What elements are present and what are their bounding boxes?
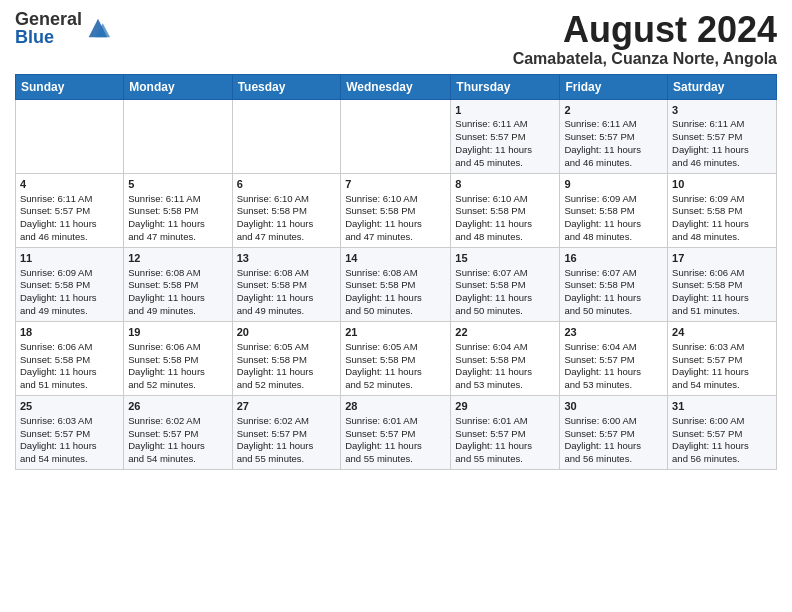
day-info: Sunrise: 6:06 AMSunset: 5:58 PMDaylight:… xyxy=(20,341,119,392)
day-cell: 26Sunrise: 6:02 AMSunset: 5:57 PMDayligh… xyxy=(124,395,232,469)
day-info: Sunrise: 6:01 AMSunset: 5:57 PMDaylight:… xyxy=(345,415,446,466)
day-number: 12 xyxy=(128,251,227,266)
day-cell: 9Sunrise: 6:09 AMSunset: 5:58 PMDaylight… xyxy=(560,173,668,247)
day-info: Sunrise: 6:04 AMSunset: 5:57 PMDaylight:… xyxy=(564,341,663,392)
day-info: Sunrise: 6:01 AMSunset: 5:57 PMDaylight:… xyxy=(455,415,555,466)
day-number: 14 xyxy=(345,251,446,266)
day-info: Sunrise: 6:11 AMSunset: 5:57 PMDaylight:… xyxy=(564,118,663,169)
day-info: Sunrise: 6:11 AMSunset: 5:58 PMDaylight:… xyxy=(128,193,227,244)
logo-blue: Blue xyxy=(15,28,82,46)
day-info: Sunrise: 6:05 AMSunset: 5:58 PMDaylight:… xyxy=(237,341,337,392)
day-number: 24 xyxy=(672,325,772,340)
day-info: Sunrise: 6:00 AMSunset: 5:57 PMDaylight:… xyxy=(564,415,663,466)
logo-icon xyxy=(84,14,112,42)
day-cell: 19Sunrise: 6:06 AMSunset: 5:58 PMDayligh… xyxy=(124,321,232,395)
day-info: Sunrise: 6:09 AMSunset: 5:58 PMDaylight:… xyxy=(672,193,772,244)
day-number: 26 xyxy=(128,399,227,414)
day-number: 11 xyxy=(20,251,119,266)
day-info: Sunrise: 6:08 AMSunset: 5:58 PMDaylight:… xyxy=(237,267,337,318)
day-cell: 14Sunrise: 6:08 AMSunset: 5:58 PMDayligh… xyxy=(341,247,451,321)
day-number: 9 xyxy=(564,177,663,192)
col-wednesday: Wednesday xyxy=(341,74,451,99)
day-number: 23 xyxy=(564,325,663,340)
day-info: Sunrise: 6:03 AMSunset: 5:57 PMDaylight:… xyxy=(672,341,772,392)
day-info: Sunrise: 6:08 AMSunset: 5:58 PMDaylight:… xyxy=(128,267,227,318)
page: General Blue August 2024 Camabatela, Cua… xyxy=(0,0,792,612)
day-number: 7 xyxy=(345,177,446,192)
day-cell: 7Sunrise: 6:10 AMSunset: 5:58 PMDaylight… xyxy=(341,173,451,247)
day-info: Sunrise: 6:04 AMSunset: 5:58 PMDaylight:… xyxy=(455,341,555,392)
day-number: 10 xyxy=(672,177,772,192)
calendar-table: Sunday Monday Tuesday Wednesday Thursday… xyxy=(15,74,777,470)
day-number: 27 xyxy=(237,399,337,414)
day-number: 21 xyxy=(345,325,446,340)
logo: General Blue xyxy=(15,10,112,46)
day-cell: 28Sunrise: 6:01 AMSunset: 5:57 PMDayligh… xyxy=(341,395,451,469)
day-cell xyxy=(232,99,341,173)
col-tuesday: Tuesday xyxy=(232,74,341,99)
month-title: August 2024 xyxy=(513,10,777,50)
title-area: August 2024 Camabatela, Cuanza Norte, An… xyxy=(513,10,777,68)
location-title: Camabatela, Cuanza Norte, Angola xyxy=(513,50,777,68)
day-number: 4 xyxy=(20,177,119,192)
day-number: 31 xyxy=(672,399,772,414)
day-number: 15 xyxy=(455,251,555,266)
day-number: 16 xyxy=(564,251,663,266)
day-number: 18 xyxy=(20,325,119,340)
col-saturday: Saturday xyxy=(668,74,777,99)
day-number: 30 xyxy=(564,399,663,414)
day-info: Sunrise: 6:00 AMSunset: 5:57 PMDaylight:… xyxy=(672,415,772,466)
day-cell: 27Sunrise: 6:02 AMSunset: 5:57 PMDayligh… xyxy=(232,395,341,469)
day-info: Sunrise: 6:11 AMSunset: 5:57 PMDaylight:… xyxy=(672,118,772,169)
day-cell: 4Sunrise: 6:11 AMSunset: 5:57 PMDaylight… xyxy=(16,173,124,247)
day-info: Sunrise: 6:07 AMSunset: 5:58 PMDaylight:… xyxy=(564,267,663,318)
day-cell: 29Sunrise: 6:01 AMSunset: 5:57 PMDayligh… xyxy=(451,395,560,469)
header: General Blue August 2024 Camabatela, Cua… xyxy=(15,10,777,68)
day-info: Sunrise: 6:06 AMSunset: 5:58 PMDaylight:… xyxy=(128,341,227,392)
day-info: Sunrise: 6:10 AMSunset: 5:58 PMDaylight:… xyxy=(345,193,446,244)
day-number: 22 xyxy=(455,325,555,340)
day-info: Sunrise: 6:09 AMSunset: 5:58 PMDaylight:… xyxy=(20,267,119,318)
day-cell xyxy=(16,99,124,173)
week-row-1: 4Sunrise: 6:11 AMSunset: 5:57 PMDaylight… xyxy=(16,173,777,247)
day-cell: 17Sunrise: 6:06 AMSunset: 5:58 PMDayligh… xyxy=(668,247,777,321)
col-thursday: Thursday xyxy=(451,74,560,99)
day-number: 6 xyxy=(237,177,337,192)
col-friday: Friday xyxy=(560,74,668,99)
day-number: 29 xyxy=(455,399,555,414)
day-info: Sunrise: 6:07 AMSunset: 5:58 PMDaylight:… xyxy=(455,267,555,318)
day-cell: 30Sunrise: 6:00 AMSunset: 5:57 PMDayligh… xyxy=(560,395,668,469)
day-cell xyxy=(341,99,451,173)
day-cell: 15Sunrise: 6:07 AMSunset: 5:58 PMDayligh… xyxy=(451,247,560,321)
day-cell: 5Sunrise: 6:11 AMSunset: 5:58 PMDaylight… xyxy=(124,173,232,247)
day-cell: 31Sunrise: 6:00 AMSunset: 5:57 PMDayligh… xyxy=(668,395,777,469)
day-info: Sunrise: 6:09 AMSunset: 5:58 PMDaylight:… xyxy=(564,193,663,244)
day-info: Sunrise: 6:11 AMSunset: 5:57 PMDaylight:… xyxy=(20,193,119,244)
day-cell: 20Sunrise: 6:05 AMSunset: 5:58 PMDayligh… xyxy=(232,321,341,395)
day-cell: 22Sunrise: 6:04 AMSunset: 5:58 PMDayligh… xyxy=(451,321,560,395)
week-row-2: 11Sunrise: 6:09 AMSunset: 5:58 PMDayligh… xyxy=(16,247,777,321)
col-sunday: Sunday xyxy=(16,74,124,99)
day-number: 2 xyxy=(564,103,663,118)
day-number: 5 xyxy=(128,177,227,192)
day-cell xyxy=(124,99,232,173)
day-info: Sunrise: 6:02 AMSunset: 5:57 PMDaylight:… xyxy=(128,415,227,466)
day-cell: 2Sunrise: 6:11 AMSunset: 5:57 PMDaylight… xyxy=(560,99,668,173)
header-row: Sunday Monday Tuesday Wednesday Thursday… xyxy=(16,74,777,99)
day-cell: 25Sunrise: 6:03 AMSunset: 5:57 PMDayligh… xyxy=(16,395,124,469)
day-number: 19 xyxy=(128,325,227,340)
day-cell: 13Sunrise: 6:08 AMSunset: 5:58 PMDayligh… xyxy=(232,247,341,321)
day-number: 28 xyxy=(345,399,446,414)
day-info: Sunrise: 6:06 AMSunset: 5:58 PMDaylight:… xyxy=(672,267,772,318)
day-info: Sunrise: 6:02 AMSunset: 5:57 PMDaylight:… xyxy=(237,415,337,466)
day-number: 1 xyxy=(455,103,555,118)
day-cell: 8Sunrise: 6:10 AMSunset: 5:58 PMDaylight… xyxy=(451,173,560,247)
day-number: 20 xyxy=(237,325,337,340)
col-monday: Monday xyxy=(124,74,232,99)
day-cell: 16Sunrise: 6:07 AMSunset: 5:58 PMDayligh… xyxy=(560,247,668,321)
day-cell: 6Sunrise: 6:10 AMSunset: 5:58 PMDaylight… xyxy=(232,173,341,247)
day-number: 13 xyxy=(237,251,337,266)
day-info: Sunrise: 6:08 AMSunset: 5:58 PMDaylight:… xyxy=(345,267,446,318)
week-row-3: 18Sunrise: 6:06 AMSunset: 5:58 PMDayligh… xyxy=(16,321,777,395)
day-cell: 12Sunrise: 6:08 AMSunset: 5:58 PMDayligh… xyxy=(124,247,232,321)
